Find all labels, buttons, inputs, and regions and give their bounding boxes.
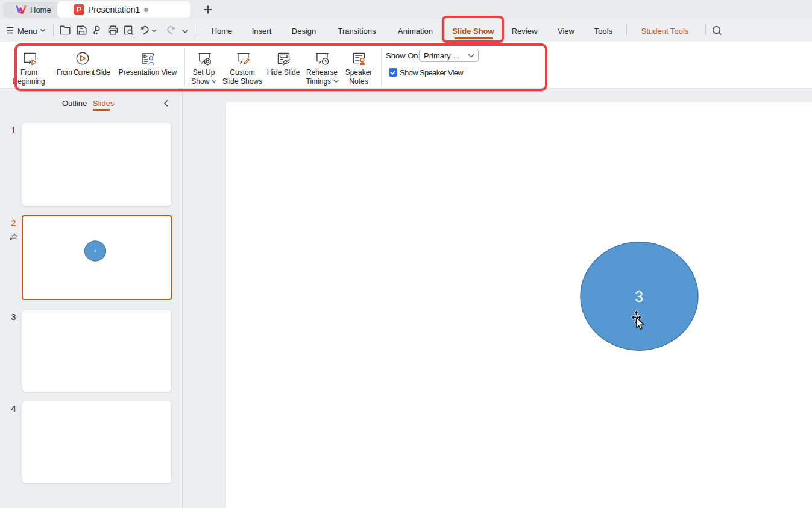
- svg-text:3: 3: [635, 288, 643, 305]
